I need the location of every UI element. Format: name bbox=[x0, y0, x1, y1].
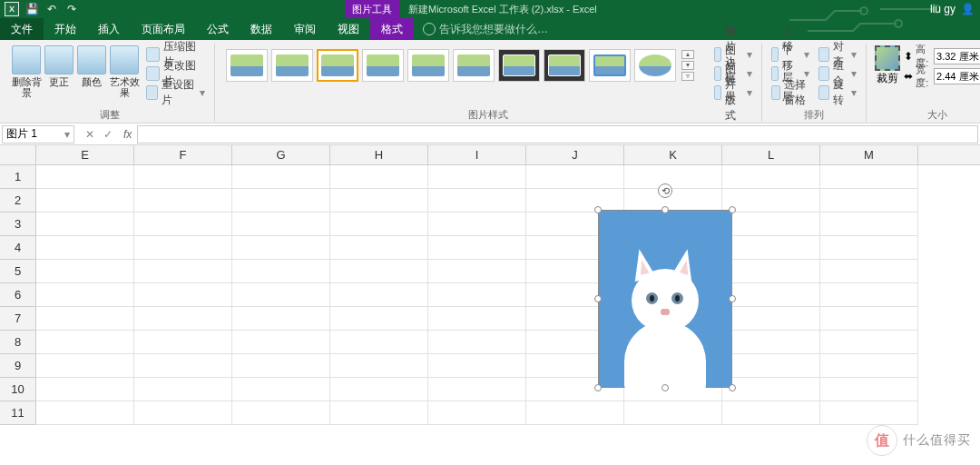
cell[interactable] bbox=[722, 307, 820, 331]
cell[interactable] bbox=[36, 331, 134, 354]
row-header[interactable]: 3 bbox=[0, 213, 36, 236]
cell[interactable] bbox=[330, 354, 428, 378]
resize-handle-tl[interactable] bbox=[594, 206, 602, 213]
rotate-handle[interactable]: ⟲ bbox=[658, 183, 672, 198]
row-header[interactable]: 6 bbox=[0, 283, 36, 307]
select-all-corner[interactable] bbox=[0, 145, 36, 164]
rotate-button[interactable]: 旋转▾ bbox=[815, 84, 860, 102]
cell[interactable] bbox=[232, 354, 330, 378]
tab-format[interactable]: 格式 bbox=[370, 18, 414, 40]
cell[interactable] bbox=[428, 165, 526, 189]
cell[interactable] bbox=[820, 331, 918, 354]
cell[interactable] bbox=[330, 165, 428, 189]
style-thumb[interactable] bbox=[271, 49, 313, 82]
cell[interactable] bbox=[134, 283, 232, 307]
name-box[interactable]: 图片 1 ▾ bbox=[2, 125, 74, 143]
scroll-down-icon[interactable]: ▾ bbox=[681, 61, 694, 70]
cell[interactable] bbox=[526, 165, 624, 189]
picture-styles-gallery[interactable]: ▴▾▿ bbox=[220, 44, 701, 82]
cell[interactable] bbox=[232, 331, 330, 354]
cell[interactable] bbox=[428, 378, 526, 401]
cell[interactable] bbox=[428, 283, 526, 307]
tell-me-search[interactable]: 告诉我您想要做什么… bbox=[414, 18, 548, 40]
cell[interactable] bbox=[36, 213, 134, 236]
cell[interactable] bbox=[722, 189, 820, 213]
cell[interactable] bbox=[624, 189, 722, 213]
gallery-scroll[interactable]: ▴▾▿ bbox=[681, 49, 696, 82]
cell[interactable] bbox=[36, 283, 134, 307]
corrections-button[interactable]: 更正 bbox=[44, 44, 74, 87]
cell[interactable] bbox=[232, 260, 330, 283]
cell[interactable] bbox=[134, 331, 232, 354]
cell[interactable] bbox=[232, 213, 330, 236]
cell[interactable] bbox=[134, 189, 232, 213]
style-thumb[interactable] bbox=[498, 49, 540, 82]
resize-handle-bm[interactable] bbox=[662, 384, 669, 391]
style-thumb-selected[interactable] bbox=[317, 49, 358, 82]
reset-picture-button[interactable]: 重设图片▾ bbox=[142, 84, 209, 102]
remove-background-button[interactable]: 删除背景 bbox=[11, 44, 42, 98]
cell[interactable] bbox=[820, 213, 918, 236]
cell[interactable] bbox=[820, 189, 918, 213]
undo-icon[interactable]: ↶ bbox=[44, 2, 60, 16]
style-thumb[interactable] bbox=[544, 49, 585, 82]
cell[interactable] bbox=[232, 401, 330, 425]
selection-pane-button[interactable]: 选择窗格 bbox=[768, 84, 813, 102]
cell[interactable] bbox=[428, 307, 526, 331]
cell[interactable] bbox=[36, 165, 134, 189]
share-icon[interactable]: 👤 bbox=[961, 3, 975, 15]
cell[interactable] bbox=[526, 189, 624, 213]
cell[interactable] bbox=[428, 189, 526, 213]
cell[interactable] bbox=[330, 401, 428, 425]
color-button[interactable]: 颜色 bbox=[76, 44, 107, 87]
cell[interactable] bbox=[36, 260, 134, 283]
expand-gallery-icon[interactable]: ▿ bbox=[681, 72, 694, 81]
cell[interactable] bbox=[820, 283, 918, 307]
resize-handle-tm[interactable] bbox=[662, 206, 669, 213]
cell[interactable] bbox=[330, 189, 428, 213]
height-input[interactable] bbox=[934, 48, 980, 64]
tab-file[interactable]: 文件 bbox=[0, 18, 44, 40]
crop-button[interactable]: 裁剪 bbox=[872, 44, 902, 86]
row-header[interactable]: 8 bbox=[0, 331, 36, 354]
cell[interactable] bbox=[820, 165, 918, 189]
col-header[interactable]: G bbox=[232, 145, 330, 164]
cell[interactable] bbox=[428, 354, 526, 378]
artistic-effects-button[interactable]: 艺术效果 bbox=[109, 44, 140, 98]
col-header[interactable]: I bbox=[428, 145, 526, 164]
cell[interactable] bbox=[134, 236, 232, 260]
row-header[interactable]: 5 bbox=[0, 260, 36, 283]
tab-home[interactable]: 开始 bbox=[44, 18, 87, 40]
cell[interactable] bbox=[232, 307, 330, 331]
cell[interactable] bbox=[134, 401, 232, 425]
cell[interactable] bbox=[428, 401, 526, 425]
fx-icon[interactable]: fx bbox=[123, 128, 137, 141]
cell[interactable] bbox=[330, 331, 428, 354]
cell[interactable] bbox=[722, 283, 820, 307]
cell[interactable] bbox=[330, 378, 428, 401]
row-header[interactable]: 2 bbox=[0, 189, 36, 213]
row-header[interactable]: 9 bbox=[0, 354, 36, 378]
cell[interactable] bbox=[820, 354, 918, 378]
cell[interactable] bbox=[134, 260, 232, 283]
cell[interactable] bbox=[330, 236, 428, 260]
resize-handle-bl[interactable] bbox=[594, 384, 602, 391]
save-icon[interactable]: 💾 bbox=[24, 2, 40, 16]
tab-view[interactable]: 视图 bbox=[327, 18, 370, 40]
cell[interactable] bbox=[330, 213, 428, 236]
cell[interactable] bbox=[232, 283, 330, 307]
row-header[interactable]: 7 bbox=[0, 307, 36, 331]
cell[interactable] bbox=[428, 260, 526, 283]
cell[interactable] bbox=[722, 401, 820, 425]
style-thumb[interactable] bbox=[226, 49, 268, 82]
cell[interactable] bbox=[722, 378, 820, 401]
cell[interactable] bbox=[624, 401, 722, 425]
cell[interactable] bbox=[820, 307, 918, 331]
tab-insert[interactable]: 插入 bbox=[87, 18, 131, 40]
cell[interactable] bbox=[428, 213, 526, 236]
col-header[interactable]: L bbox=[722, 145, 820, 164]
cell[interactable] bbox=[232, 378, 330, 401]
col-header[interactable]: M bbox=[820, 145, 918, 164]
cell[interactable] bbox=[330, 260, 428, 283]
resize-handle-mr[interactable] bbox=[729, 295, 736, 302]
